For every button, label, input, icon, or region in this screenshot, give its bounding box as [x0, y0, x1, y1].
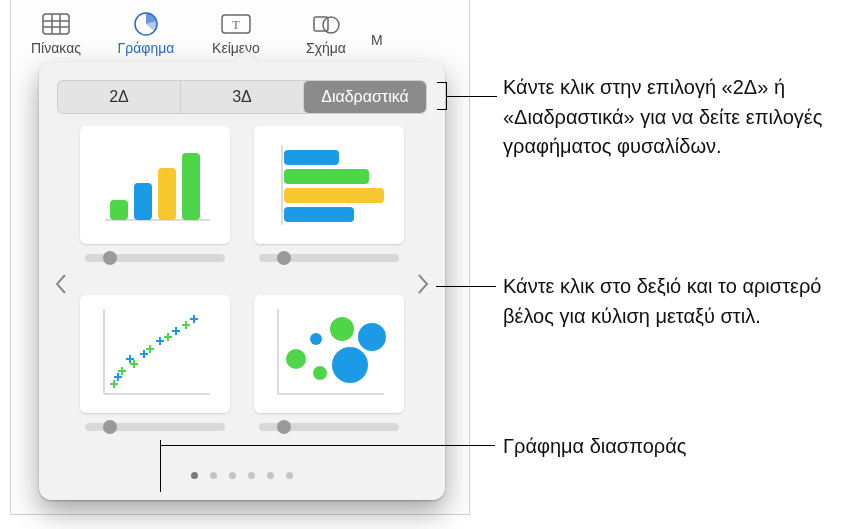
svg-rect-0 [43, 14, 69, 34]
tab-3d[interactable]: 3Δ [180, 81, 303, 113]
toolbar-chart[interactable]: Γράφημα [101, 10, 191, 56]
tab-2d[interactable]: 2Δ [58, 81, 180, 113]
chart-option-vertical-bar[interactable] [80, 126, 230, 281]
chart-popover: 2Δ 3Δ Διαδραστικά [39, 62, 445, 500]
svg-rect-11 [110, 200, 128, 220]
page-indicator[interactable] [39, 472, 445, 479]
svg-rect-13 [158, 168, 176, 220]
chart-grid-area [39, 126, 445, 466]
chart-option-scatter[interactable] [80, 295, 230, 460]
svg-rect-16 [284, 150, 339, 165]
horizontal-bar-thumb [254, 126, 404, 244]
chevron-right-icon[interactable] [409, 262, 437, 306]
toolbar-label: Γράφημα [118, 40, 175, 56]
page-dot[interactable] [286, 472, 293, 479]
textbox-icon: T [221, 10, 251, 38]
chart-type-segmented: 2Δ 3Δ Διαδραστικά [57, 80, 427, 114]
toolbar-text[interactable]: T Κείμενο [191, 10, 281, 56]
shape-icon [312, 10, 340, 38]
toolbar-shape[interactable]: Σχήμα [281, 10, 371, 56]
page-dot[interactable] [191, 472, 198, 479]
callout-text-scatter: Γράφημα διασποράς [503, 432, 833, 462]
chart-option-horizontal-bar[interactable] [254, 126, 404, 281]
svg-rect-18 [284, 188, 384, 203]
callout-bracket [437, 82, 447, 110]
svg-point-26 [313, 366, 327, 380]
vertical-bar-thumb [80, 126, 230, 244]
svg-rect-14 [182, 153, 200, 220]
callout-line [160, 440, 161, 492]
callout-line [436, 286, 496, 287]
svg-text:T: T [232, 18, 240, 32]
chart-option-bubble[interactable] [254, 295, 404, 460]
svg-point-29 [358, 323, 386, 351]
app-frame: Πίνακας Γράφημα T Κείμενο [10, 0, 470, 515]
thumb-slider[interactable] [259, 254, 399, 262]
callout-text-arrows: Κάντε κλικ στο δεξιό και το αριστερό βέλ… [503, 272, 833, 331]
pie-chart-icon [133, 10, 159, 38]
main-toolbar: Πίνακας Γράφημα T Κείμενο [11, 0, 469, 62]
toolbar-label: Πίνακας [31, 40, 81, 56]
toolbar-label: Κείμενο [212, 40, 260, 56]
svg-point-25 [310, 333, 322, 345]
chart-grid [79, 126, 405, 460]
svg-point-28 [332, 347, 368, 383]
tab-interactive[interactable]: Διαδραστικά [303, 81, 426, 113]
svg-point-27 [330, 317, 354, 341]
svg-rect-12 [134, 183, 152, 220]
chevron-left-icon[interactable] [47, 262, 75, 306]
thumb-slider[interactable] [85, 423, 225, 431]
toolbar-table[interactable]: Πίνακας [11, 10, 101, 56]
svg-rect-17 [284, 169, 369, 184]
callout-line [160, 445, 495, 446]
page-dot[interactable] [248, 472, 255, 479]
bubble-thumb [254, 295, 404, 413]
callout-line [447, 96, 497, 97]
svg-rect-19 [284, 207, 354, 222]
page-dot[interactable] [210, 472, 217, 479]
toolbar-label: Σχήμα [306, 40, 346, 56]
svg-point-24 [286, 349, 306, 369]
thumb-slider[interactable] [85, 254, 225, 262]
thumb-slider[interactable] [259, 423, 399, 431]
table-icon [42, 10, 70, 38]
scatter-thumb [80, 295, 230, 413]
svg-point-9 [323, 17, 339, 33]
page-dot[interactable] [267, 472, 274, 479]
callout-text-tabs: Κάντε κλικ στην επιλογή «2Δ» ή «Διαδραστ… [503, 73, 843, 162]
toolbar-partial: Μ [371, 32, 401, 56]
page-dot[interactable] [229, 472, 236, 479]
